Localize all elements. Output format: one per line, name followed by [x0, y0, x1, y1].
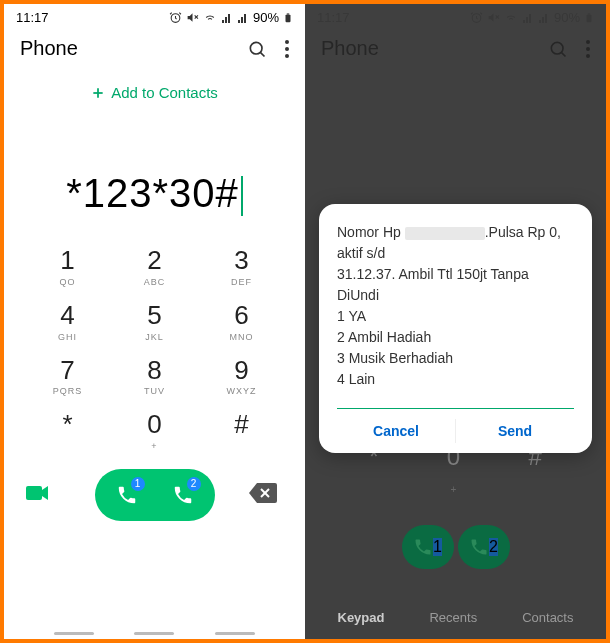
key-2[interactable]: 2ABC: [111, 246, 198, 287]
dialed-number: *123*30#: [4, 111, 305, 246]
key-5[interactable]: 5JKL: [111, 301, 198, 342]
bg-plus: +: [451, 484, 457, 495]
dialed-text: *123*30#: [66, 171, 239, 215]
add-to-contacts-button[interactable]: Add to Contacts: [4, 66, 305, 111]
svg-point-5: [250, 42, 262, 54]
dialog-line2: 31.12.37. Ambil Ttl 150jt Tanpa DiUndi: [337, 266, 529, 303]
battery-icon: [283, 11, 293, 25]
tab-contacts: Contacts: [522, 610, 573, 625]
key-4[interactable]: 4GHI: [24, 301, 111, 342]
svg-line-6: [260, 52, 264, 56]
page-title: Phone: [20, 37, 78, 60]
search-icon[interactable]: [247, 39, 267, 59]
nav-home[interactable]: [134, 632, 174, 635]
alarm-icon: [169, 11, 182, 24]
svg-rect-3: [286, 14, 291, 22]
add-contact-label: Add to Contacts: [111, 84, 218, 101]
svg-point-8: [285, 47, 289, 51]
bg-call-sim2: 2: [458, 525, 510, 569]
key-8[interactable]: 8TUV: [111, 356, 198, 397]
dialog-opt3: 3 Musik Berhadiah: [337, 350, 453, 366]
android-navbar: [4, 632, 305, 635]
svg-point-7: [285, 40, 289, 44]
key-9[interactable]: 9WXYZ: [198, 356, 285, 397]
ussd-dialog: Nomor Hp .Pulsa Rp 0, aktif s/d 31.12.37…: [319, 204, 592, 453]
call-pill: 1 2: [95, 469, 215, 521]
key-0[interactable]: 0+: [111, 410, 198, 451]
bg-badge-1: 1: [433, 538, 442, 556]
bg-badge-2: 2: [489, 538, 498, 556]
titlebar: Phone: [4, 27, 305, 66]
backspace-button[interactable]: [249, 483, 277, 507]
nav-back[interactable]: [215, 632, 255, 635]
tab-recents: Recents: [429, 610, 477, 625]
cursor: [241, 176, 243, 216]
mute-icon: [186, 11, 199, 24]
call-sim1-button[interactable]: 1: [101, 473, 153, 517]
video-call-button[interactable]: [26, 484, 50, 506]
svg-rect-4: [287, 13, 290, 14]
dialog-body: Nomor Hp .Pulsa Rp 0, aktif s/d 31.12.37…: [337, 222, 574, 390]
signal-icon-2: [237, 12, 249, 24]
cancel-button[interactable]: Cancel: [337, 409, 455, 453]
call-sim2-button[interactable]: 2: [157, 473, 209, 517]
status-bar: 11:17 90%: [4, 4, 305, 27]
dialog-opt1: 1 YA: [337, 308, 366, 324]
bg-call-row: 1 2: [305, 515, 606, 579]
signal-icon: [221, 12, 233, 24]
wifi-icon: [203, 11, 217, 24]
dialog-opt2: 2 Ambil Hadiah: [337, 329, 431, 345]
bg-call-sim1: 1: [402, 525, 454, 569]
dialog-line1a: Nomor Hp: [337, 224, 405, 240]
plus-icon: [91, 86, 105, 100]
bg-tabs: Keypad Recents Contacts: [305, 610, 606, 625]
redacted-number: [405, 227, 485, 240]
svg-point-9: [285, 54, 289, 58]
key-hash[interactable]: #: [198, 410, 285, 451]
status-icons: 90%: [169, 10, 293, 25]
key-7[interactable]: 7PQRS: [24, 356, 111, 397]
keypad: 1QO 2ABC 3DEF 4GHI 5JKL 6MNO 7PQRS 8TUV …: [4, 246, 305, 450]
key-6[interactable]: 6MNO: [198, 301, 285, 342]
sim-badge-1: 1: [131, 477, 145, 491]
svg-rect-12: [26, 486, 42, 500]
tab-keypad: Keypad: [338, 610, 385, 625]
sim-badge-2: 2: [187, 477, 201, 491]
key-1[interactable]: 1QO: [24, 246, 111, 287]
nav-recent[interactable]: [54, 632, 94, 635]
call-row: 1 2: [4, 451, 305, 529]
dialog-opt4: 4 Lain: [337, 371, 375, 387]
send-button[interactable]: Send: [456, 409, 574, 453]
key-star[interactable]: *: [24, 410, 111, 451]
battery-text: 90%: [253, 10, 279, 25]
key-3[interactable]: 3DEF: [198, 246, 285, 287]
status-time: 11:17: [16, 10, 49, 25]
more-icon[interactable]: [285, 40, 289, 58]
